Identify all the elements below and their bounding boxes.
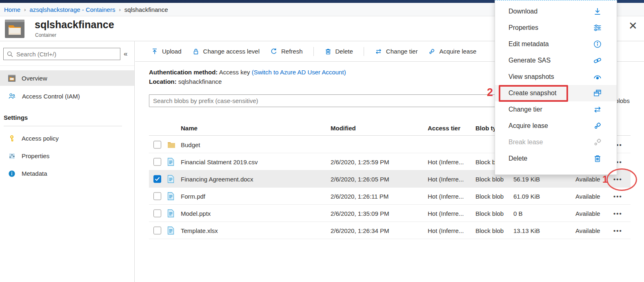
sliders-icon <box>593 23 602 32</box>
menu-item-view-snapshots[interactable]: View snapshots <box>495 69 617 85</box>
row-more-button[interactable]: ••• <box>613 192 622 199</box>
blob-lease-state: Available <box>575 175 600 182</box>
blob-modified: 2/6/2020, 1:26:11 PM <box>331 192 389 199</box>
sidebar-search-row: « <box>0 41 134 66</box>
row-checkbox-checked[interactable] <box>153 175 161 183</box>
breadcrumb-home[interactable]: Home <box>4 6 20 13</box>
blob-name[interactable]: Budget <box>181 141 200 148</box>
container-icon <box>5 20 24 38</box>
blob-name[interactable]: Template.xlsx <box>181 227 218 234</box>
blob-name[interactable]: Financial Statment 2019.csv <box>181 158 258 165</box>
table-row-template-xlsx[interactable]: Template.xlsx 2/6/2020, 1:26:34 PM Hot (… <box>149 222 631 239</box>
sidebar-section-settings: Settings <box>0 114 134 121</box>
sidebar-item-label: Overview <box>22 75 47 82</box>
row-checkbox[interactable] <box>153 209 161 217</box>
menu-item-properties[interactable]: Properties <box>495 20 617 36</box>
blob-modified: 2/6/2020, 1:35:09 PM <box>331 210 389 217</box>
upload-button[interactable]: Upload <box>151 48 182 55</box>
overview-container-icon <box>8 75 16 82</box>
file-icon <box>167 226 174 235</box>
trash-icon <box>593 154 602 163</box>
toolbar-divider <box>313 47 314 56</box>
lease-icon <box>593 121 602 130</box>
annotation-circle-more-button <box>606 168 637 191</box>
key-icon <box>8 135 16 142</box>
sidebar-item-properties[interactable]: Properties <box>0 147 134 165</box>
auth-method-line: Authentication method: Access key (Switc… <box>149 67 346 77</box>
sidebar-item-overview[interactable]: Overview <box>0 70 134 86</box>
column-header-access-tier[interactable]: Access tier <box>428 124 460 131</box>
sidebar-item-access-control[interactable]: Access Control (IAM) <box>0 88 134 104</box>
table-row-model-pptx[interactable]: Model.pptx 2/6/2020, 1:35:09 PM Hot (Inf… <box>149 205 631 222</box>
toolbar-label: Change tier <box>386 48 418 55</box>
table-row-form-pdf[interactable]: Form.pdf 2/6/2020, 1:26:11 PM Hot (Infer… <box>149 188 631 205</box>
snapshot-icon <box>593 89 602 98</box>
blob-modified: 2/6/2020, 1:26:34 PM <box>331 227 389 234</box>
row-checkbox[interactable] <box>153 192 161 200</box>
toolbar-label: Change access level <box>203 48 260 55</box>
container-info: Authentication method: Access key (Switc… <box>149 67 346 86</box>
menu-item-acquire-lease[interactable]: Acquire lease <box>495 118 617 134</box>
row-more-button[interactable]: ••• <box>613 210 622 217</box>
eye-icon <box>593 72 602 81</box>
sidebar-search-input[interactable] <box>16 51 117 58</box>
menu-item-change-tier[interactable]: Change tier <box>495 101 617 118</box>
trash-icon <box>324 48 332 55</box>
menu-item-generate-sas[interactable]: Generate SAS <box>495 52 617 69</box>
file-icon <box>167 158 174 166</box>
menu-item-label: View snapshots <box>509 73 554 81</box>
sidebar-item-label: Access policy <box>22 135 59 142</box>
change-tier-button[interactable]: Change tier <box>375 48 418 55</box>
menu-item-label: Break lease <box>509 139 543 146</box>
column-header-modified[interactable]: Modified <box>331 124 356 131</box>
acquire-lease-button[interactable]: Acquire lease <box>428 48 476 55</box>
close-blade-button[interactable]: ✕ <box>628 20 637 31</box>
location-label: Location: <box>149 78 177 85</box>
collapse-sidebar-button[interactable]: « <box>124 50 127 58</box>
refresh-button[interactable]: Refresh <box>270 48 303 55</box>
breadcrumb-containers[interactable]: azsqlshackstorage - Containers <box>29 6 115 13</box>
menu-item-label: Delete <box>509 155 527 162</box>
menu-item-label: Change tier <box>509 106 542 113</box>
menu-item-label: Generate SAS <box>509 57 551 64</box>
blob-modified: 2/6/2020, 1:25:59 PM <box>331 158 389 165</box>
switch-auth-link[interactable]: (Switch to Azure AD User Account) <box>252 69 346 76</box>
blob-name[interactable]: Form.pdf <box>181 192 205 199</box>
page-subtitle: Container <box>35 32 56 38</box>
menu-item-label: Download <box>509 8 537 15</box>
change-tier-icon <box>375 48 382 55</box>
row-checkbox[interactable] <box>153 141 161 148</box>
download-icon <box>593 7 602 16</box>
folder-icon <box>167 141 175 148</box>
menu-item-download[interactable]: Download <box>495 3 617 20</box>
menu-item-break-lease: Break lease <box>495 134 617 150</box>
blob-size: 56.19 KiB <box>513 175 540 182</box>
row-checkbox[interactable] <box>153 226 161 234</box>
sidebar-item-metadata[interactable]: Metadata <box>0 165 134 182</box>
toolbar-label: Delete <box>335 48 353 55</box>
column-header-name[interactable]: Name <box>181 124 198 131</box>
blob-lease-state: Available <box>575 192 600 199</box>
location-line: Location: sqlshackfinance <box>149 77 346 86</box>
lease-icon <box>428 48 435 55</box>
row-checkbox[interactable] <box>153 158 161 166</box>
blob-access-tier: Hot (Inferre... <box>428 227 464 234</box>
row-more-button[interactable]: ••• <box>613 227 622 234</box>
sidebar-item-label: Properties <box>22 152 49 159</box>
menu-item-edit-metadata[interactable]: Edit metadata <box>495 36 617 52</box>
blob-access-tier: Hot (Inferre... <box>428 192 464 199</box>
sidebar: « Overview Acc <box>0 41 135 282</box>
change-access-level-button[interactable]: Change access level <box>192 48 260 55</box>
blob-name[interactable]: Financing Agreement.docx <box>181 175 253 182</box>
blob-type: Block blob <box>475 175 504 182</box>
link-icon <box>593 56 602 65</box>
blob-lease-state: Available <box>575 210 600 217</box>
sidebar-item-label: Metadata <box>22 170 47 177</box>
sidebar-search-box[interactable] <box>3 48 120 60</box>
sidebar-item-access-policy[interactable]: Access policy <box>0 130 134 147</box>
auth-method-value: Access key <box>219 69 250 76</box>
delete-button[interactable]: Delete <box>324 48 353 55</box>
menu-item-delete[interactable]: Delete <box>495 150 617 167</box>
blob-name[interactable]: Model.pptx <box>181 210 211 217</box>
break-lease-icon <box>593 138 602 147</box>
